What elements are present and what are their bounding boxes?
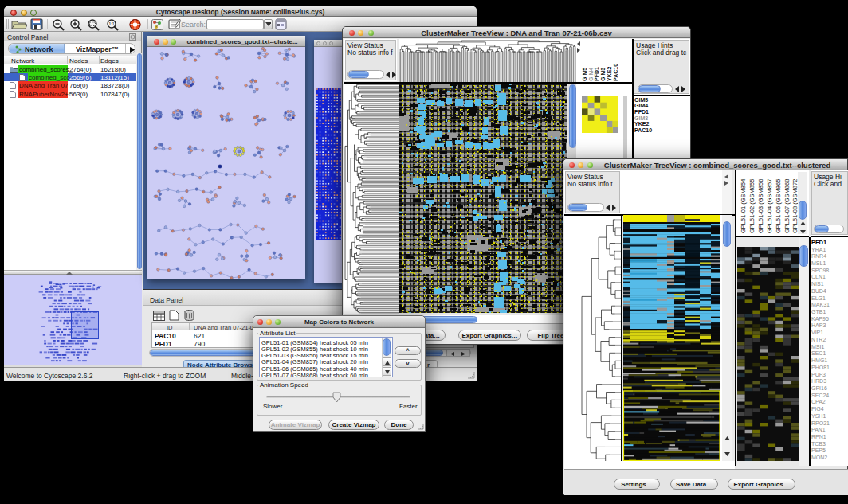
svg-text:1:1: 1:1 — [109, 21, 115, 26]
